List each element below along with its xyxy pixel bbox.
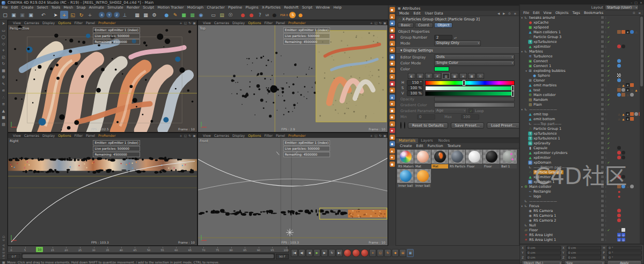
xp-tool-icon-17[interactable]: ▲	[390, 121, 395, 127]
visibility-dots[interactable]: ∶	[605, 146, 606, 150]
material-thumbnail[interactable]	[466, 150, 482, 164]
layer-chip[interactable]	[601, 59, 604, 63]
state-column[interactable]: ∶	[601, 107, 606, 112]
tag-xchk[interactable]: ✕	[626, 30, 630, 34]
visibility-dots[interactable]: ∶	[605, 103, 606, 106]
xp-tool-icon-23[interactable]: ■	[390, 162, 395, 167]
expander-icon[interactable]: ▾	[520, 50, 524, 53]
object-row[interactable]: ▱Floor∶✓∴	[520, 228, 640, 232]
enabled-check-icon[interactable]: ✓	[607, 228, 610, 232]
object-row[interactable]: ▲Main colliders 1∶✕∴	[520, 30, 640, 34]
apply-button[interactable]: Apply	[607, 260, 642, 264]
coord-field[interactable]: 0 °	[607, 251, 642, 255]
pan-icon[interactable]: +	[370, 20, 373, 25]
layer-chip[interactable]	[601, 170, 604, 174]
editor-display-dropdown[interactable]: Dots	[434, 54, 515, 60]
state-column[interactable]: ∶✓	[601, 160, 610, 165]
model-icon[interactable]: ■	[2, 115, 5, 120]
tag-tex[interactable]	[621, 93, 625, 97]
color-mode-dropdown[interactable]: Single Color	[434, 60, 515, 66]
picker-mode-7[interactable]: ▩	[468, 73, 475, 79]
key-pla-button[interactable]: ▤	[399, 249, 406, 257]
pan-icon[interactable]: +	[180, 133, 182, 138]
state-column[interactable]: ∶✓	[601, 25, 610, 30]
layer-chip[interactable]	[601, 146, 604, 150]
layer-chip[interactable]	[601, 204, 604, 208]
spinner-icon[interactable]: ▴▾	[454, 36, 457, 39]
enabled-check-icon[interactable]: ✓	[607, 69, 610, 72]
xp-tool-icon-19[interactable]: ■	[390, 135, 395, 140]
object-manager-scrollbar[interactable]	[640, 15, 643, 244]
tag-sphere_dark[interactable]	[621, 156, 625, 159]
vp-menu-prorender[interactable]: ProRender	[97, 133, 117, 138]
layer-chip[interactable]	[601, 54, 604, 58]
key-position-button[interactable]: +	[369, 249, 376, 257]
attr-menu-edit[interactable]: Edit	[412, 11, 422, 16]
state-column[interactable]: ∶	[601, 203, 606, 208]
picker-mode-8[interactable]: ⊙	[477, 73, 484, 79]
layer-chip[interactable]	[601, 45, 604, 48]
menu-sculpt[interactable]: Sculpt	[141, 5, 156, 10]
help-button[interactable]: ?	[256, 11, 264, 19]
object-row[interactable]: ▣Connect 1∶✓	[520, 63, 640, 68]
panel-burger-icon[interactable]: ≡	[398, 6, 401, 11]
object-row[interactable]: ●Sphere∶✓	[520, 73, 640, 78]
layer-chip[interactable]	[601, 233, 604, 237]
display-settings-section[interactable]: ▾ Display Settings	[396, 47, 519, 54]
visibility-dots[interactable]: ∶	[605, 118, 606, 121]
object-row[interactable]: ▲xpEmitter 1∶	[520, 174, 640, 179]
vp-menu-panel[interactable]: Panel	[274, 20, 287, 25]
visibility-dots[interactable]: ∶	[605, 209, 606, 212]
coord-field[interactable]: 0 cm	[567, 246, 602, 250]
visibility-dots[interactable]: ∶	[605, 98, 606, 101]
layer-chip[interactable]	[601, 112, 604, 116]
pen-icon[interactable]: ✎	[2, 82, 5, 87]
layer-chip[interactable]	[601, 136, 604, 140]
xp-tool-icon-18[interactable]: ◆	[390, 128, 395, 133]
xp-tool-icon-13[interactable]: ▲	[390, 94, 395, 100]
polys-icon[interactable]: ▲	[2, 109, 5, 114]
tag-target[interactable]: ◎	[617, 233, 621, 237]
enabled-check-icon[interactable]: ✓	[607, 78, 610, 82]
visibility-dots[interactable]: ∶	[605, 224, 606, 227]
object-row[interactable]: TxpTurbulence∶✓	[520, 131, 640, 136]
vp-menu-filter[interactable]: Filter	[262, 20, 274, 25]
visibility-dots[interactable]: ∶	[605, 142, 606, 145]
tag-sphere_blue2[interactable]	[617, 59, 621, 63]
tag-target[interactable]: ◎	[621, 238, 625, 241]
tag-dots[interactable]: ∴	[617, 117, 621, 121]
tag-sphere_blue2[interactable]	[617, 64, 621, 68]
om-menu-tags[interactable]: Tags	[570, 11, 581, 15]
object-row[interactable]: ▲xpEmitter cylinders∶	[520, 150, 640, 155]
tab-object[interactable]: Object	[434, 23, 452, 28]
menu-mesh[interactable]: Mesh	[62, 5, 75, 10]
xp-tool-icon-12[interactable]: ●	[390, 87, 395, 93]
save-as-button[interactable]: ▣	[18, 11, 26, 19]
object-row[interactable]: ∴Particle Group 3∶✓	[520, 34, 640, 39]
enabled-check-icon[interactable]: ✓	[607, 25, 610, 29]
black-sphere-button[interactable]: ●	[270, 11, 279, 19]
visibility-dots[interactable]: ∶	[605, 45, 606, 48]
menu-character[interactable]: Character	[205, 5, 226, 10]
viewport-canvas[interactable]: FrontEmitter: xpEmitter 1 (index)Live pa…	[198, 138, 387, 245]
visibility-dots[interactable]: ∶	[605, 171, 606, 174]
mograph-button[interactable]: ▦	[188, 11, 196, 19]
expander-icon[interactable]: ▾	[524, 69, 528, 72]
state-column[interactable]: ∶✓	[601, 126, 610, 131]
state-column[interactable]: ∶✓	[601, 97, 610, 102]
points-icon[interactable]: ∴	[2, 96, 4, 100]
tag-xchk[interactable]: ✕	[626, 117, 630, 121]
coord-field[interactable]: 0 cm	[567, 255, 602, 260]
menu-file[interactable]: File	[0, 5, 10, 10]
vp-menu-view[interactable]: View	[11, 20, 23, 25]
saturation-value-field[interactable]: 100 %	[407, 85, 423, 91]
vp-menu-display[interactable]: Display	[231, 20, 246, 25]
value-cursor[interactable]	[511, 91, 514, 97]
orange-dot-button[interactable]: ●	[296, 11, 304, 19]
maximize-icon[interactable]: ▣	[193, 133, 196, 138]
enabled-check-icon[interactable]: ✓	[607, 141, 610, 145]
edges-icon[interactable]: ≡	[2, 102, 5, 107]
object-row[interactable]: ▲emit top∶∴▲✕	[520, 112, 640, 116]
state-column[interactable]: ∶✓	[601, 78, 610, 83]
vp-menu-display[interactable]: Display	[231, 133, 246, 138]
